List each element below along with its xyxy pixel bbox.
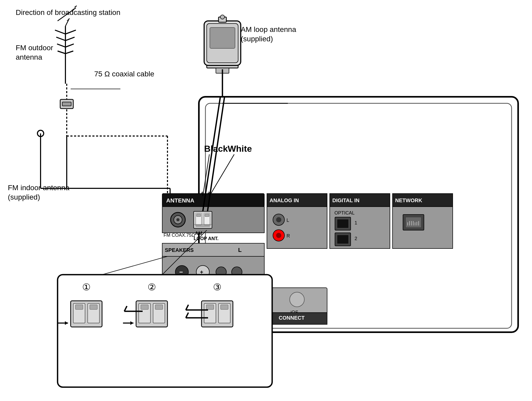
svg-text:②: ② — [148, 282, 156, 292]
fm-indoor-label: FM indoor antenna(supplied) — [8, 183, 69, 202]
svg-rect-81 — [337, 235, 349, 244]
svg-text:NETWORK: NETWORK — [395, 197, 422, 203]
broadcasting-direction-label: Direction of broadcasting station — [16, 8, 120, 17]
svg-rect-39 — [205, 214, 209, 217]
svg-text:2: 2 — [355, 236, 357, 241]
svg-text:③: ③ — [213, 282, 221, 292]
svg-rect-17 — [62, 102, 71, 106]
svg-line-11 — [58, 51, 65, 54]
svg-rect-38 — [197, 214, 201, 217]
coaxial-label: 75 Ω coaxial cable — [94, 69, 154, 79]
svg-text:FM COAX.75Ω: FM COAX.75Ω — [164, 233, 195, 238]
svg-rect-118 — [90, 305, 97, 309]
svg-rect-78 — [337, 219, 349, 228]
svg-text:AM: AM — [195, 231, 202, 236]
svg-text:ANALOG IN: ANALOG IN — [270, 197, 299, 203]
svg-text:SPEAKERS: SPEAKERS — [165, 247, 194, 253]
svg-line-10 — [65, 44, 74, 47]
fm-outdoor-label: FM outdoorantenna — [16, 43, 53, 62]
svg-line-13 — [65, 18, 69, 26]
diagram-container: ANTENNA FM COAX.75Ω AM LOOP ANT. — [0, 0, 532, 401]
svg-text:OPTICAL: OPTICAL — [334, 210, 355, 216]
svg-line-7 — [56, 37, 65, 41]
svg-rect-50 — [210, 27, 235, 48]
svg-point-52 — [220, 15, 225, 19]
svg-rect-135 — [206, 305, 214, 309]
svg-line-9 — [57, 44, 65, 47]
svg-text:R: R — [287, 233, 290, 239]
svg-point-106 — [290, 292, 304, 307]
svg-line-6 — [65, 30, 76, 34]
svg-line-5 — [55, 30, 65, 34]
svg-line-8 — [65, 37, 75, 41]
svg-rect-136 — [221, 305, 228, 309]
svg-rect-126 — [155, 305, 163, 309]
svg-text:DIGITAL IN: DIGITAL IN — [332, 197, 360, 203]
svg-point-70 — [276, 233, 281, 238]
svg-line-111 — [102, 256, 167, 275]
svg-text:ANTENNA: ANTENNA — [166, 197, 194, 204]
svg-point-68 — [276, 217, 281, 222]
svg-rect-66 — [267, 207, 327, 248]
svg-text:LOOP ANT.: LOOP ANT. — [194, 236, 219, 241]
svg-text:L: L — [238, 247, 242, 253]
svg-rect-117 — [75, 305, 83, 309]
svg-text:1: 1 — [355, 220, 357, 225]
svg-text:White: White — [228, 144, 252, 154]
svg-text:L: L — [287, 218, 289, 223]
svg-rect-125 — [141, 305, 148, 309]
svg-text:Black: Black — [204, 144, 228, 154]
am-loop-label: AM loop antenna(supplied) — [241, 25, 296, 44]
svg-text:CONNECT: CONNECT — [279, 315, 305, 321]
svg-text:①: ① — [82, 282, 91, 292]
svg-point-34 — [176, 218, 180, 221]
svg-line-12 — [65, 51, 73, 54]
